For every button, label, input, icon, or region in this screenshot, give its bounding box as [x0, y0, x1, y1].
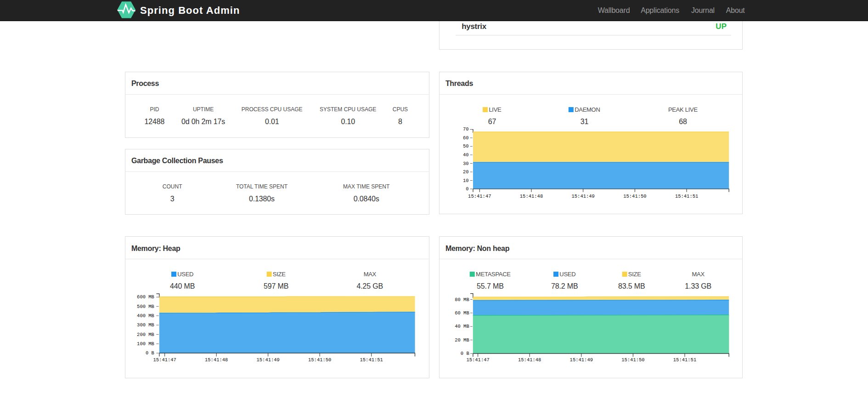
svg-text:60 MB: 60 MB	[455, 310, 469, 316]
svg-text:15:41:48: 15:41:48	[205, 357, 228, 363]
svg-text:0: 0	[466, 186, 468, 192]
svg-text:15:41:49: 15:41:49	[571, 194, 594, 199]
svg-text:15:41:49: 15:41:49	[570, 357, 593, 363]
svg-text:70: 70	[463, 126, 469, 132]
svg-text:10: 10	[463, 178, 469, 183]
svg-text:15:41:50: 15:41:50	[621, 357, 644, 363]
svg-text:80 MB: 80 MB	[455, 297, 469, 302]
svg-text:0 B: 0 B	[146, 350, 154, 356]
svg-text:500 MB: 500 MB	[137, 304, 154, 309]
svg-text:40 MB: 40 MB	[455, 324, 469, 329]
svg-text:20 MB: 20 MB	[455, 337, 469, 343]
svg-text:0 B: 0 B	[461, 351, 469, 356]
svg-text:40: 40	[463, 152, 469, 158]
svg-text:30: 30	[463, 161, 469, 166]
svg-text:15:41:50: 15:41:50	[308, 357, 331, 363]
svg-text:15:41:51: 15:41:51	[673, 357, 696, 363]
svg-text:60: 60	[463, 135, 469, 141]
svg-text:100 MB: 100 MB	[137, 341, 154, 347]
svg-text:15:41:48: 15:41:48	[518, 357, 541, 363]
svg-text:15:41:51: 15:41:51	[360, 357, 383, 363]
svg-text:15:41:51: 15:41:51	[675, 194, 698, 199]
svg-text:15:41:48: 15:41:48	[520, 194, 543, 199]
svg-text:50: 50	[463, 143, 469, 149]
svg-text:300 MB: 300 MB	[137, 322, 154, 328]
svg-text:15:41:47: 15:41:47	[468, 194, 491, 199]
svg-text:600 MB: 600 MB	[137, 294, 154, 300]
svg-text:15:41:49: 15:41:49	[256, 357, 279, 363]
svg-text:400 MB: 400 MB	[137, 313, 154, 319]
svg-text:200 MB: 200 MB	[137, 332, 154, 337]
svg-text:15:41:47: 15:41:47	[153, 357, 176, 363]
svg-text:15:41:50: 15:41:50	[623, 194, 646, 199]
svg-text:20: 20	[463, 169, 469, 175]
svg-text:15:41:47: 15:41:47	[466, 357, 489, 363]
